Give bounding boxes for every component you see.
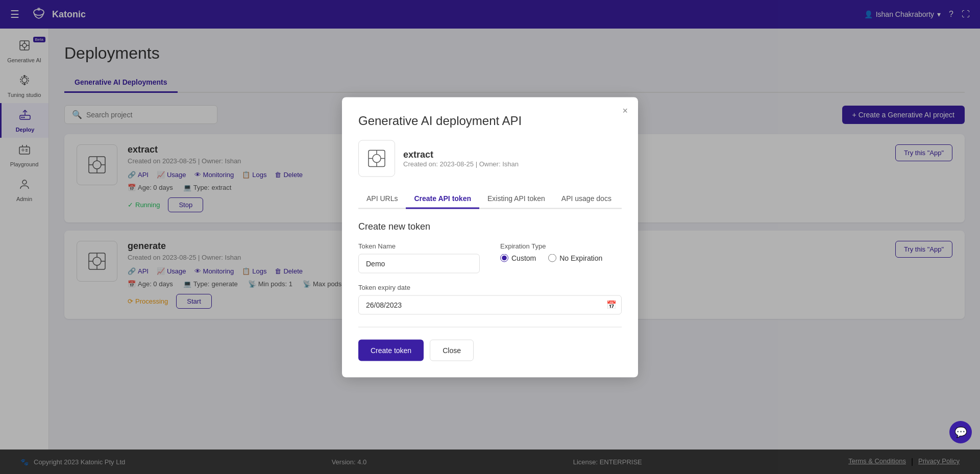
token-name-label: Token Name [358, 242, 480, 250]
calendar-icon: 📅 [606, 300, 617, 310]
radio-group-expiration: Custom No Expiration [500, 254, 622, 262]
modal-project-meta: Created on: 2023-08-25 | Owner: Ishan [403, 160, 519, 167]
modal-tab-create-api-token[interactable]: Create API token [406, 189, 479, 209]
token-expiry-label: Token expiry date [358, 283, 622, 291]
expiration-type-label: Expiration Type [500, 242, 622, 250]
modal-tab-existing-api-token[interactable]: Existing API token [479, 189, 553, 209]
radio-no-expiration-input[interactable] [548, 254, 556, 262]
radio-custom[interactable]: Custom [500, 254, 536, 262]
modal-section-title: Create new token [358, 221, 622, 232]
modal-project-info: extract Created on: 2023-08-25 | Owner: … [358, 140, 622, 177]
modal-form-row: Token Name Expiration Type Custom No Exp… [358, 242, 622, 273]
modal-project-name: extract [403, 149, 519, 160]
token-expiry-group: Token expiry date 📅 [358, 283, 622, 314]
date-input-wrapper: 📅 [358, 295, 622, 314]
close-modal-button[interactable]: Close [430, 339, 474, 361]
modal-actions: Create token Close [358, 339, 622, 361]
token-expiry-input[interactable] [358, 295, 622, 314]
modal-divider [358, 327, 622, 327]
modal-deployment-api: × Generative AI deployment API extract C… [342, 97, 638, 377]
create-token-button[interactable]: Create token [358, 339, 424, 361]
modal-tab-api-urls[interactable]: API URLs [358, 189, 406, 209]
token-name-input[interactable] [358, 254, 480, 273]
expiration-type-group: Expiration Type Custom No Expiration [500, 242, 622, 262]
radio-no-expiration-label: No Expiration [559, 254, 602, 262]
radio-custom-label: Custom [511, 254, 536, 262]
modal-project-icon [358, 140, 395, 177]
radio-custom-input[interactable] [500, 254, 508, 262]
chat-bubble[interactable]: 💬 [949, 421, 972, 443]
modal-tab-api-usage-docs[interactable]: API usage docs [553, 189, 620, 209]
modal-close-button[interactable]: × [622, 105, 628, 116]
modal-title: Generative AI deployment API [358, 113, 622, 128]
token-name-group: Token Name [358, 242, 480, 273]
radio-no-expiration[interactable]: No Expiration [548, 254, 602, 262]
svg-point-33 [373, 154, 381, 162]
modal-tabs: API URLs Create API token Existing API t… [358, 189, 622, 209]
